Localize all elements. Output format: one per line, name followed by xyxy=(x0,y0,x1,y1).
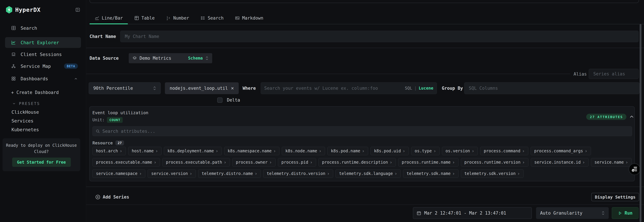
chevron-right-icon: › xyxy=(402,148,405,154)
time-range-value: Mar 2 12:47:01 - Mar 2 13:47:01 xyxy=(424,211,506,216)
main-area: Line/Bar Table 1 2 3 Number xyxy=(86,0,644,222)
attribute-chip[interactable]: k8s.namespace.name › xyxy=(224,147,280,155)
unit-row: Unit: COUNT xyxy=(92,117,123,123)
chevron-right-icon: › xyxy=(434,148,436,154)
run-button[interactable]: Run xyxy=(612,207,638,219)
attribute-chip[interactable]: host.arch › xyxy=(92,147,126,155)
where-label: Where xyxy=(242,82,256,94)
chart-name-input[interactable] xyxy=(120,31,638,42)
attribute-chip[interactable]: telemetry.distro.name › xyxy=(198,169,261,178)
app-title: HyperDX xyxy=(15,6,40,13)
tab-line-bar[interactable]: Line/Bar xyxy=(90,12,128,24)
where-search-input[interactable] xyxy=(264,86,403,91)
attribute-chip[interactable]: telemetry.sdk.name › xyxy=(403,169,458,178)
attribute-chip[interactable]: service.namespace › xyxy=(92,169,145,178)
select-caret-icon xyxy=(153,85,156,91)
attribute-chip[interactable]: os.type › xyxy=(411,147,440,155)
delta-checkbox[interactable] xyxy=(217,97,222,103)
attribute-chip[interactable]: process.runtime.description › xyxy=(318,158,396,167)
tab-number[interactable]: 1 2 3 Number xyxy=(161,12,194,24)
chart-name-label: Chart Name xyxy=(90,34,120,39)
time-range-picker[interactable]: Mar 2 12:47:01 - Mar 2 13:47:01 xyxy=(413,207,532,219)
attribute-chip[interactable]: telemetry.sdk.language › xyxy=(336,169,401,178)
vertical-scrollbar[interactable] xyxy=(640,24,642,222)
attribute-chip[interactable]: telemetry.distro.version › xyxy=(263,169,333,178)
number-123-icon: 1 2 3 xyxy=(166,16,171,20)
chevron-right-icon: › xyxy=(452,160,455,165)
attribute-chip[interactable]: process.executable.path › xyxy=(162,158,230,167)
chevron-up-icon[interactable] xyxy=(629,114,634,119)
presets-toggle[interactable]: PRESETS xyxy=(12,101,40,107)
metric-description: Event loop utilization xyxy=(92,110,148,115)
tab-search[interactable]: Search xyxy=(196,12,228,24)
data-source-value: Demo Metrics xyxy=(140,56,171,61)
resource-count-badge: 27 xyxy=(116,140,124,145)
create-dashboard-button[interactable]: + Create Dashboard xyxy=(11,88,59,97)
markdown-icon xyxy=(235,16,240,20)
chevron-right-icon: › xyxy=(269,160,272,165)
select-caret-icon xyxy=(602,210,605,216)
alias-input[interactable] xyxy=(589,69,638,79)
svg-text:3: 3 xyxy=(168,17,170,19)
attribute-chip[interactable]: k8s.pod.uid › xyxy=(370,147,409,155)
sidebar-item-client-sessions[interactable]: Client Sessions xyxy=(5,49,81,59)
beta-badge: BETA xyxy=(64,63,78,69)
svg-text:2: 2 xyxy=(166,18,168,20)
sidebar-collapse-icon[interactable] xyxy=(75,7,80,12)
run-label: Run xyxy=(624,211,632,216)
attribute-chip[interactable]: process.pid › xyxy=(278,158,316,167)
sidebar-item-search[interactable]: Search xyxy=(5,23,81,33)
sidebar-preset-link[interactable]: Services xyxy=(12,116,82,125)
tab-markdown[interactable]: Markdown xyxy=(230,12,268,24)
attribute-chip[interactable]: process.command_args › xyxy=(531,147,591,155)
chevron-right-icon: › xyxy=(156,148,158,154)
attribute-chip[interactable]: process.runtime.name › xyxy=(398,158,458,167)
attribute-chip[interactable]: service.version › xyxy=(148,169,196,178)
aggregation-value: 90th Percentile xyxy=(93,86,133,91)
attribute-chip[interactable]: process.runtime.version › xyxy=(461,158,528,167)
add-series-button[interactable]: Add Series xyxy=(95,193,129,201)
language-separator: | xyxy=(414,86,416,91)
sidebar-item-service-map[interactable]: Service Map BETA xyxy=(5,61,81,71)
lucene-option[interactable]: Lucene xyxy=(419,86,433,91)
get-started-button[interactable]: Get Started for Free xyxy=(12,158,71,167)
attribute-chip[interactable]: telemetry.sdk.version › xyxy=(461,169,524,178)
chevron-right-icon: › xyxy=(154,160,156,165)
attribute-search-input[interactable] xyxy=(102,129,629,134)
attribute-chip-label: os.type xyxy=(415,149,432,153)
attribute-chip[interactable]: k8s.pod.name › xyxy=(328,147,368,155)
metric-field-chip[interactable]: nodejs.event_loop.util × xyxy=(165,82,239,94)
granularity-select[interactable]: Auto Granularity xyxy=(536,207,609,219)
sidebar-preset-link[interactable]: ClickHouse xyxy=(12,108,82,116)
schema-link[interactable]: Schema xyxy=(188,56,203,61)
attribute-chip[interactable]: os.version › xyxy=(442,147,478,155)
attribute-chip[interactable]: process.command › xyxy=(480,147,528,155)
display-settings-button[interactable]: Display Settings xyxy=(591,193,639,201)
sidebar-preset-link[interactable]: Kubernetes xyxy=(12,125,82,134)
sql-option[interactable]: SQL xyxy=(405,86,412,91)
chevron-right-icon: › xyxy=(327,171,330,176)
calendar-icon xyxy=(416,211,421,216)
aggregation-select[interactable]: 90th Percentile xyxy=(89,82,161,94)
attribute-chip[interactable]: k8s.node.name › xyxy=(282,147,325,155)
attribute-chip-label: process.command xyxy=(484,149,520,153)
attribute-chip[interactable]: host.name › xyxy=(128,147,162,155)
attribute-chip[interactable]: process.executable.name › xyxy=(92,158,160,167)
data-source-select[interactable]: Demo Metrics Schema xyxy=(129,53,212,63)
series-filter-fab[interactable] xyxy=(629,163,640,175)
sidebar-item-dashboards[interactable]: Dashboards xyxy=(5,74,81,84)
attribute-chip[interactable]: k8s.deployment.name › xyxy=(164,147,222,155)
close-icon[interactable]: × xyxy=(231,86,234,91)
sidebar-item-label: Search xyxy=(20,25,37,31)
tab-table[interactable]: Table xyxy=(129,12,160,24)
attribute-chip[interactable]: process.owner › xyxy=(232,158,276,167)
promo-text: Ready to deploy on ClickHouse Cloud? xyxy=(5,142,78,155)
unit-badge: COUNT xyxy=(107,117,123,123)
attribute-chip[interactable]: service.name › xyxy=(591,158,632,167)
group-by-input[interactable] xyxy=(464,82,640,94)
attribute-chip[interactable]: service.instance.id › xyxy=(531,158,588,167)
sidebar-item-chart-explorer[interactable]: Chart Explorer xyxy=(5,37,81,48)
chevron-up-icon xyxy=(74,77,78,81)
query-language-toggle[interactable]: SQL | Lucene xyxy=(405,86,433,91)
group-by-label: Group By xyxy=(442,82,463,94)
